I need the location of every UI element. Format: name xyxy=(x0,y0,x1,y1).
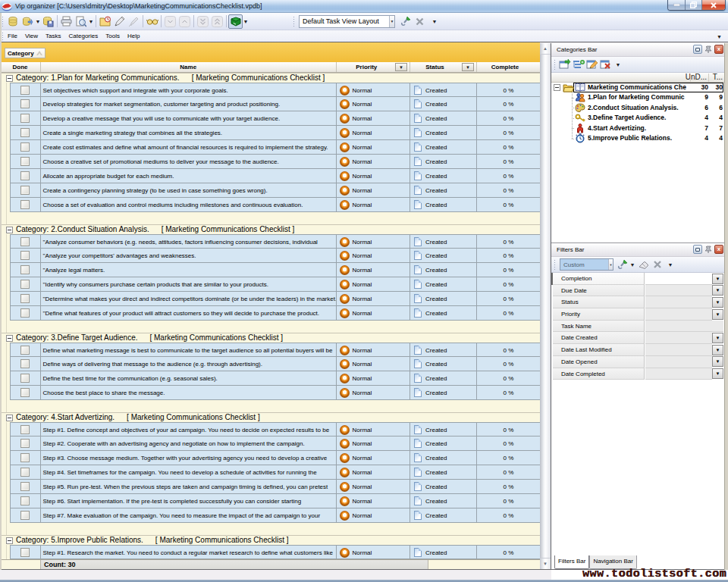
layout-combobox-dropdown-icon[interactable]: ▼ xyxy=(389,16,394,27)
filter-value-cell[interactable] xyxy=(645,356,712,368)
filter-preset-combobox[interactable]: Custom ▼ xyxy=(560,258,613,271)
status-cell[interactable]: Created xyxy=(410,140,477,154)
task-row[interactable]: Set objectives which support and integra… xyxy=(10,83,540,97)
task-name-cell[interactable]: Create cost estimates and define what am… xyxy=(41,140,337,154)
priority-cell[interactable]: Normal xyxy=(337,183,411,197)
complete-cell[interactable]: 0 % xyxy=(477,371,540,385)
task-name-cell[interactable]: Step #1. Research the market. You need t… xyxy=(41,546,337,559)
tree-collapse-icon[interactable] xyxy=(554,84,560,91)
toolbar-overflow-icon[interactable]: ▼ xyxy=(431,19,438,24)
complete-cell[interactable]: 0 % xyxy=(477,480,540,493)
status-filter-button[interactable]: ▼ xyxy=(462,63,474,71)
clear-filter-icon[interactable] xyxy=(637,258,651,271)
task-row[interactable]: Step #7. Make evaluation of the campaign… xyxy=(10,508,540,523)
status-cell[interactable]: Created xyxy=(410,263,477,277)
complete-cell[interactable]: 0 % xyxy=(477,140,540,154)
task-name-cell[interactable]: Develop strategies for market segmentati… xyxy=(41,97,337,111)
collapse-icon[interactable] xyxy=(6,537,13,544)
filters-toolbar-grip[interactable] xyxy=(554,259,556,270)
delete-filter-icon[interactable] xyxy=(651,258,664,271)
task-row[interactable]: Step #5. Run pre-test. When the previous… xyxy=(10,480,540,494)
category-row[interactable]: Category: 1.Plan for Marketing Communica… xyxy=(0,73,540,83)
task-name-cell[interactable]: Choose a set of evaluation and control m… xyxy=(41,198,337,211)
tree-header-undone[interactable]: UnD... xyxy=(686,73,707,82)
tree-item[interactable]: 2.Conduct Situation Analysis.66 xyxy=(551,103,724,113)
status-cell[interactable]: Created xyxy=(410,508,477,522)
task-name-cell[interactable]: Step #1. Define concept and objectives o… xyxy=(41,423,337,436)
category-row[interactable]: Category: 4.Start Advertizing.[ Marketin… xyxy=(0,412,540,422)
filter-row[interactable]: Task Name xyxy=(551,321,724,333)
task-row[interactable]: Step #6. Start implementation. If the pr… xyxy=(10,494,540,508)
filter-dropdown-button[interactable]: ▼ xyxy=(712,285,723,296)
priority-cell[interactable]: Normal xyxy=(337,465,411,479)
task-name-cell[interactable]: ''Determine what makes your direct and i… xyxy=(41,292,337,305)
edit-task-icon[interactable] xyxy=(112,14,127,29)
task-name-cell[interactable]: Create a contingency planning strategy (… xyxy=(41,183,337,197)
print-preview-dropdown-icon[interactable]: ▼ xyxy=(88,19,94,24)
task-row[interactable]: Develop strategies for market segmentati… xyxy=(10,97,540,111)
complete-cell[interactable]: 0 % xyxy=(477,508,540,522)
tree-item[interactable]: 5.Improve Public Relations.44 xyxy=(551,133,724,143)
task-name-cell[interactable]: Define ways of delivering that message t… xyxy=(41,357,337,371)
task-row[interactable]: Choose a creative set of promotional med… xyxy=(10,155,540,169)
task-checkbox[interactable] xyxy=(20,468,30,477)
task-checkbox[interactable] xyxy=(20,388,30,397)
complete-cell[interactable]: 0 % xyxy=(477,235,540,249)
filter-dropdown-button[interactable]: ▼ xyxy=(712,345,723,355)
edit-notes-icon[interactable] xyxy=(127,14,141,29)
complete-cell[interactable]: 0 % xyxy=(477,97,540,111)
priority-cell[interactable]: Normal xyxy=(337,306,411,320)
filter-value-cell[interactable] xyxy=(645,332,712,344)
menubar-overflow-icon[interactable]: ▼ xyxy=(717,34,722,39)
status-cell[interactable]: Created xyxy=(410,126,477,139)
task-row[interactable]: Create a single marketing strategy that … xyxy=(10,126,540,140)
filter-value-cell[interactable] xyxy=(645,368,712,380)
task-row[interactable]: Develop a creative message that you will… xyxy=(10,111,540,126)
priority-cell[interactable]: Normal xyxy=(337,436,411,450)
task-row[interactable]: Choose a set of evaluation and control m… xyxy=(10,198,540,212)
priority-filter-button[interactable]: ▼ xyxy=(395,63,407,71)
category-row[interactable]: Category: 2.Conduct Situation Analysis.[… xyxy=(0,224,540,234)
priority-cell[interactable]: Normal xyxy=(337,249,411,262)
column-header-name[interactable]: Name xyxy=(41,62,337,72)
complete-cell[interactable]: 0 % xyxy=(477,169,540,183)
status-cell[interactable]: Created xyxy=(410,111,477,125)
close-button[interactable] xyxy=(702,0,725,10)
tree-item[interactable]: Marketing Communications Che3030 xyxy=(551,83,724,92)
category-row[interactable]: Category: 5.Improve Public Relations.[ M… xyxy=(0,535,540,545)
menu-help[interactable]: Help xyxy=(124,30,143,42)
task-checkbox[interactable] xyxy=(20,200,30,209)
menu-categories[interactable]: Categories xyxy=(65,30,102,42)
print-preview-icon[interactable] xyxy=(74,14,88,29)
edit-category-icon[interactable] xyxy=(585,58,599,70)
status-cell[interactable]: Created xyxy=(410,480,477,493)
move-up-icon[interactable] xyxy=(177,14,192,29)
move-bottom-icon[interactable] xyxy=(196,14,210,29)
restore-button[interactable] xyxy=(686,0,702,10)
priority-cell[interactable]: Normal xyxy=(337,169,411,183)
filter-value-cell[interactable] xyxy=(645,296,712,308)
task-row[interactable]: Step #3. Choose message medium. Together… xyxy=(10,451,540,465)
task-name-cell[interactable]: Choose the best place to share the messa… xyxy=(41,386,337,399)
priority-cell[interactable]: Normal xyxy=(337,111,411,125)
task-name-cell[interactable]: Step #2. Cooperate with an advertising a… xyxy=(41,436,337,450)
task-checkbox[interactable] xyxy=(20,453,30,462)
filter-preset-spinner[interactable]: ▼ xyxy=(608,259,613,270)
complete-cell[interactable]: 0 % xyxy=(477,83,540,97)
priority-cell[interactable]: Normal xyxy=(337,235,411,249)
status-cell[interactable]: Created xyxy=(410,249,477,262)
categories-bar-float-button[interactable] xyxy=(693,45,702,54)
task-checkbox[interactable] xyxy=(20,265,30,274)
priority-cell[interactable]: Normal xyxy=(337,97,411,111)
filter-row[interactable]: Status▼ xyxy=(551,296,724,308)
priority-cell[interactable]: Normal xyxy=(337,155,411,168)
task-checkbox[interactable] xyxy=(20,128,30,137)
tree-header-total[interactable]: T... xyxy=(713,73,723,82)
task-checkbox[interactable] xyxy=(20,511,30,520)
task-name-cell[interactable]: ''Analyze your competitors' advantages a… xyxy=(41,249,337,262)
move-top-icon[interactable] xyxy=(210,14,224,29)
print-icon[interactable] xyxy=(59,14,74,29)
complete-cell[interactable]: 0 % xyxy=(477,277,540,291)
complete-cell[interactable]: 0 % xyxy=(477,292,540,305)
scrollbar-up-icon[interactable]: ▲ xyxy=(540,43,551,55)
